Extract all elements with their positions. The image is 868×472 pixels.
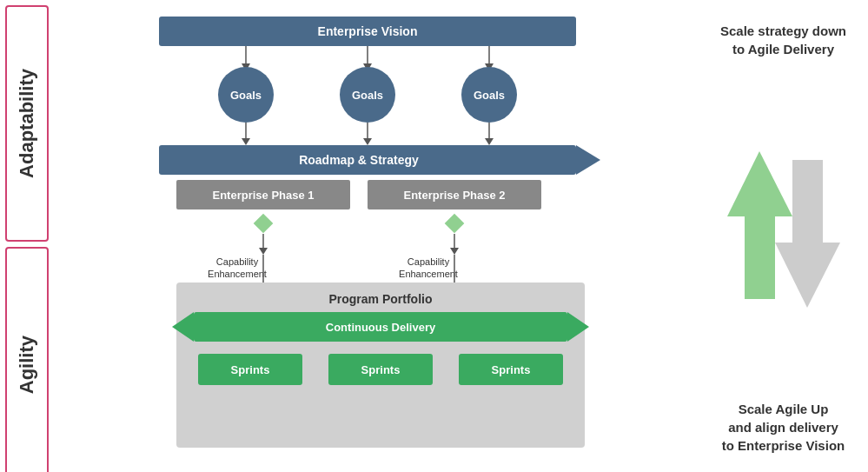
svg-text:Enterprise Phase 2: Enterprise Phase 2 (403, 189, 505, 202)
svg-text:Sprints: Sprints (361, 363, 401, 376)
svg-text:Program Portfolio: Program Portfolio (328, 292, 432, 306)
svg-marker-28 (259, 248, 268, 255)
left-labels: Adaptability Agility (0, 0, 54, 472)
svg-text:Sprints: Sprints (492, 363, 531, 376)
diagram-svg: Enterprise Vision Goals Goals Goals (124, 6, 628, 467)
svg-text:Enhancement: Enhancement (208, 269, 267, 279)
enterprise-vision-text: Enterprise Vision (318, 24, 418, 38)
svg-marker-52 (792, 160, 823, 247)
svg-text:Capability: Capability (216, 256, 259, 267)
svg-rect-31 (445, 213, 465, 233)
svg-text:Enhancement: Enhancement (399, 269, 458, 279)
svg-marker-53 (775, 243, 840, 308)
svg-text:Capability: Capability (407, 256, 450, 267)
svg-marker-18 (485, 138, 494, 145)
svg-marker-14 (242, 138, 250, 145)
scale-arrows (727, 143, 840, 316)
right-panel: Scale strategy down to Agile Delivery Sc… (699, 0, 868, 472)
svg-text:Enterprise Phase 1: Enterprise Phase 1 (212, 189, 314, 202)
scale-up-text: Scale Agile Up and align delivery to Ent… (722, 400, 845, 455)
svg-marker-51 (727, 151, 792, 216)
svg-text:Goals: Goals (352, 89, 383, 102)
adaptability-label: Adaptability (5, 5, 49, 242)
svg-marker-50 (745, 212, 775, 299)
svg-text:Sprints: Sprints (231, 363, 270, 376)
svg-marker-16 (363, 138, 372, 145)
svg-marker-21 (576, 145, 600, 175)
svg-text:Continuous Delivery: Continuous Delivery (326, 321, 436, 334)
svg-text:Goals: Goals (474, 89, 505, 102)
main-diagram: Enterprise Vision Goals Goals Goals (54, 0, 699, 472)
svg-text:Roadmap & Strategy: Roadmap & Strategy (299, 153, 419, 167)
scale-down-text: Scale strategy down to Agile Delivery (720, 22, 846, 58)
svg-text:Goals: Goals (230, 89, 262, 102)
agility-label: Agility (5, 247, 49, 473)
svg-rect-26 (254, 213, 274, 233)
svg-marker-33 (450, 248, 459, 255)
